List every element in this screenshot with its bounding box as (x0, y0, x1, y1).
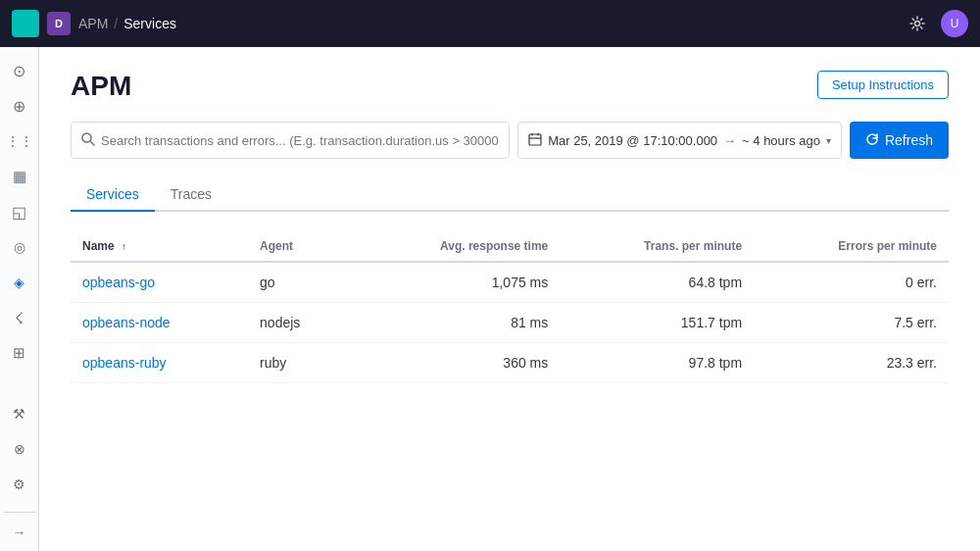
cell-errors-per-min: 23.3 err. (754, 343, 949, 383)
col-trans-per-min[interactable]: Trans. per minute (560, 231, 754, 262)
sidebar-item-canvas[interactable]: ◱ (4, 196, 35, 227)
cell-errors-per-min: 7.5 err. (754, 303, 949, 343)
table-header: Name ↑ Agent Avg. response time Trans. p… (71, 231, 949, 262)
sidebar-item-dashboard[interactable]: ▦ (4, 161, 35, 192)
search-icon (81, 132, 95, 149)
breadcrumb: APM / Services (78, 16, 176, 31)
tab-services[interactable]: Services (71, 178, 155, 212)
cell-avg-response: 81 ms (350, 303, 560, 343)
col-agent[interactable]: Agent (248, 231, 350, 262)
breadcrumb-apm[interactable]: APM (78, 16, 108, 31)
refresh-icon (865, 132, 879, 149)
tabs: Services Traces (71, 178, 949, 212)
cell-name: opbeans-node (71, 303, 248, 343)
settings-icon-btn[interactable] (902, 8, 933, 39)
sidebar-item-maps[interactable]: ◎ (4, 231, 35, 263)
search-box[interactable] (71, 122, 510, 159)
cell-name: opbeans-ruby (71, 343, 248, 383)
sidebar-item-visualize[interactable]: ⋮⋮ (4, 125, 35, 157)
search-input[interactable] (101, 133, 499, 148)
svg-point-0 (915, 22, 920, 26)
sidebar: ⊙ ⊕ ⋮⋮ ▦ ◱ ◎ ◈ ☇ ⊞ ⚒ ⊗ ⚙ → (0, 47, 39, 551)
svg-line-2 (90, 141, 94, 145)
app-icon: D (47, 12, 71, 35)
sidebar-item-discover[interactable]: ⊕ (4, 90, 35, 122)
table-row: opbeans-node nodejs 81 ms 151.7 tpm 7.5 … (71, 303, 949, 343)
cell-agent: ruby (248, 343, 350, 383)
service-link[interactable]: opbeans-go (82, 275, 155, 290)
user-avatar[interactable]: U (941, 10, 968, 37)
cell-agent: go (248, 262, 350, 303)
service-link[interactable]: opbeans-node (82, 315, 171, 330)
table-header-row: Name ↑ Agent Avg. response time Trans. p… (71, 231, 949, 262)
cell-avg-response: 1,075 ms (350, 262, 560, 303)
topbar: D APM / Services U (0, 0, 980, 47)
search-row: Mar 25, 2019 @ 17:10:00.000 → ~ 4 hours … (71, 122, 949, 159)
cell-trans-per-min: 97.8 tpm (560, 343, 754, 383)
sidebar-item-devtools[interactable]: ⚒ (4, 398, 35, 429)
table-body: opbeans-go go 1,075 ms 64.8 tpm 0 err. o… (71, 262, 949, 383)
setup-instructions-button[interactable]: Setup Instructions (817, 71, 949, 99)
sidebar-item-siem[interactable]: ⊞ (4, 337, 35, 369)
sidebar-item-monitoring[interactable]: ⊗ (4, 433, 35, 465)
app-layout: ⊙ ⊕ ⋮⋮ ▦ ◱ ◎ ◈ ☇ ⊞ ⚒ ⊗ ⚙ → APM Setup Ins… (0, 47, 980, 551)
cell-trans-per-min: 151.7 tpm (560, 303, 754, 343)
main-content: APM Setup Instructions (39, 47, 980, 551)
sidebar-item-uptime[interactable]: ☇ (4, 302, 35, 333)
date-picker[interactable]: Mar 25, 2019 @ 17:10:00.000 → ~ 4 hours … (517, 122, 842, 159)
table-row: opbeans-ruby ruby 360 ms 97.8 tpm 23.3 e… (71, 343, 949, 383)
page-header: APM Setup Instructions (71, 71, 949, 102)
breadcrumb-services: Services (123, 16, 176, 31)
sidebar-bottom: ⚒ ⊗ ⚙ (4, 398, 35, 500)
cell-errors-per-min: 0 err. (754, 262, 949, 303)
cell-trans-per-min: 64.8 tpm (560, 262, 754, 303)
calendar-icon (528, 132, 542, 149)
table-row: opbeans-go go 1,075 ms 64.8 tpm 0 err. (71, 262, 949, 303)
service-link[interactable]: opbeans-ruby (82, 355, 167, 371)
date-arrow: → (723, 133, 736, 148)
tab-traces[interactable]: Traces (155, 178, 227, 212)
sort-arrow-icon: ↑ (122, 241, 126, 252)
sidebar-item-apm[interactable]: ◈ (4, 267, 35, 298)
cell-name: opbeans-go (71, 262, 248, 303)
sidebar-item-management[interactable]: ⚙ (4, 469, 35, 500)
services-table: Name ↑ Agent Avg. response time Trans. p… (71, 231, 949, 383)
date-chevron-icon: ▾ (826, 135, 831, 146)
kibana-logo[interactable] (12, 10, 39, 37)
sidebar-expand-btn[interactable]: → (4, 512, 35, 543)
date-from: Mar 25, 2019 @ 17:10:00.000 (548, 133, 717, 148)
sidebar-item-home[interactable]: ⊙ (4, 55, 35, 86)
refresh-button[interactable]: Refresh (850, 122, 949, 159)
cell-avg-response: 360 ms (350, 343, 560, 383)
col-avg-response[interactable]: Avg. response time (350, 231, 560, 262)
breadcrumb-separator: / (114, 16, 118, 31)
page-title: APM (71, 71, 131, 102)
cell-agent: nodejs (248, 303, 350, 343)
col-errors-per-min[interactable]: Errors per minute (754, 231, 949, 262)
col-name[interactable]: Name ↑ (71, 231, 248, 262)
date-to: ~ 4 hours ago (742, 133, 820, 148)
svg-rect-3 (529, 134, 541, 145)
refresh-label: Refresh (885, 132, 933, 148)
